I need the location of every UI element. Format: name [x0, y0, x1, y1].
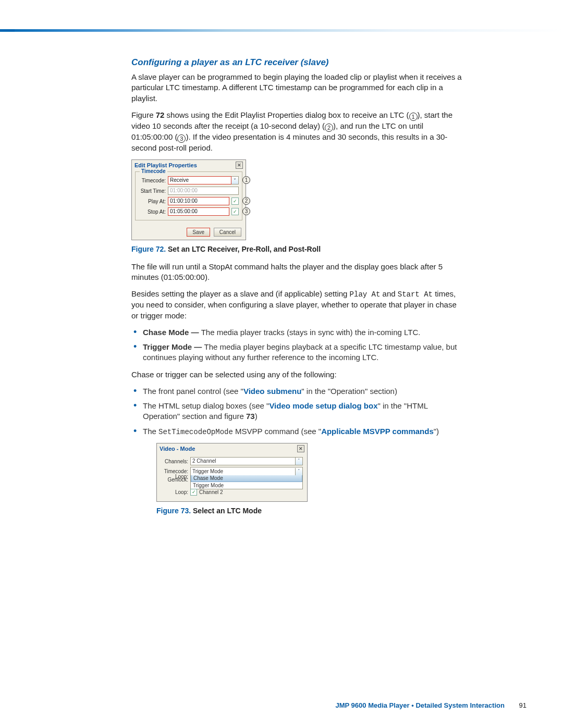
play-at-label: Play At:: [139, 199, 168, 204]
callout-1-icon: 1: [409, 113, 418, 121]
video-submenu-link[interactable]: Video submenu: [243, 387, 301, 396]
figure-72-caption: Figure 72. Set an LTC Receiver, Pre-Roll…: [131, 244, 465, 254]
close-icon[interactable]: ✕: [236, 162, 243, 169]
video-mode-dialog: Video - Mode ✕ Channels: 2 Channel ˅ Tim…: [156, 443, 308, 502]
callout-badge-1: 1: [242, 176, 250, 184]
text: The front panel control (see ": [143, 387, 243, 396]
text: and: [380, 289, 397, 298]
chevron-down-icon[interactable]: ˅: [231, 176, 239, 184]
timecode-label: Timecode:: [161, 468, 190, 474]
list-item-front-panel: The front panel control (see "Video subm…: [131, 386, 465, 397]
mode-list: Chase Mode — The media player tracks (st…: [131, 327, 465, 363]
callout-badge-2: 2: [242, 197, 250, 205]
video-mode-dialog-link[interactable]: Video mode setup dialog box: [269, 401, 377, 410]
loop-label: Loop:: [161, 474, 190, 479]
close-icon[interactable]: ✕: [297, 445, 304, 452]
footer-title: JMP 9600 Media Player • Detailed System …: [336, 701, 505, 709]
dialog-button-row: Save Cancel: [132, 226, 246, 240]
text: "): [434, 427, 439, 436]
list-item-trigger: Trigger Mode — The media player begins p…: [131, 342, 465, 363]
play-at-input[interactable]: 01:00:10:00: [168, 197, 229, 205]
timecode-select[interactable]: Trigger Mode ˅: [190, 467, 303, 475]
cancel-button[interactable]: Cancel: [214, 228, 241, 237]
text: The HTML setup dialog boxes (see ": [143, 401, 269, 410]
page-footer: JMP 9600 Media Player • Detailed System …: [0, 701, 527, 709]
figure-73-caption: Figure 73. Select an LTC Mode: [156, 506, 465, 516]
text: MSVPP command (see ": [233, 427, 321, 436]
fieldset-legend: Timecode: [140, 168, 167, 174]
list-item-html-setup: The HTML setup dialog boxes (see "Video …: [131, 401, 465, 422]
text: ): [255, 412, 258, 421]
code-play-at: Play At: [350, 290, 381, 299]
channels-select[interactable]: 2 Channel ˅: [190, 457, 303, 465]
play-at-row: Play At: 01:00:10:00 ✓ 2: [139, 197, 239, 205]
dialog-titlebar: Video - Mode ✕: [157, 443, 307, 454]
fig-number-72: 72: [156, 110, 165, 119]
loop2-label: Loop:: [161, 489, 190, 495]
timecode-fieldset: Timecode Timecode: Receive ˅ 1 Start Tim…: [135, 171, 242, 220]
loop-channel2-checkbox[interactable]: ✓: [190, 489, 197, 496]
select-list: The front panel control (see "Video subm…: [131, 386, 465, 437]
msvpp-commands-link[interactable]: Applicable MSVPP commands: [321, 427, 434, 436]
channels-value: 2 Channel: [192, 458, 216, 465]
start-time-label: Start Time:: [139, 188, 168, 194]
play-at-checkbox[interactable]: ✓: [231, 198, 239, 205]
section-heading: Configuring a player as an LTC receiver …: [131, 57, 465, 68]
fig-number-73-ref: 73: [246, 412, 255, 421]
code-settimecodeopmode: SetTimecodeOpMode: [158, 428, 233, 436]
text: shows using the Edit Playlist Properties…: [164, 110, 409, 119]
chase-mode-desc: The media player tracks (stays in sync w…: [201, 328, 421, 337]
stop-at-row: Stop At: 01:05:00:00 ✓ 3: [139, 207, 239, 216]
page-content: Configuring a player as an LTC receiver …: [131, 57, 465, 523]
dropdown-option-trigger[interactable]: Trigger Mode: [191, 482, 302, 489]
start-time-row: Start Time: 01:00:00:00: [139, 187, 239, 195]
start-time-input: 01:00:00:00: [168, 187, 239, 195]
callout-badge-3: 3: [242, 207, 250, 215]
list-item-msvpp: The SetTimecodeOpMode MSVPP command (see…: [131, 426, 465, 437]
figure-number: Figure 73.: [156, 507, 193, 515]
dialog-title: Edit Playlist Properties: [134, 162, 197, 168]
paragraph-intro: A slave player can be programmed to begi…: [131, 72, 465, 104]
loop2-row: Loop: ✓ Channel 2: [161, 489, 303, 496]
stop-at-checkbox[interactable]: ✓: [231, 208, 239, 215]
timecode-row: Timecode: Receive ˅ 1: [139, 176, 239, 184]
timecode-select[interactable]: Receive: [168, 176, 231, 184]
text: Figure: [131, 110, 156, 119]
paragraph-modes-intro: Besides setting the player as a slave an…: [131, 289, 465, 320]
callout-2-icon: 2: [325, 124, 333, 132]
figure-title: Set an LTC Receiver, Pre-Roll, and Post-…: [168, 245, 321, 253]
paragraph-select-intro: Chase or trigger can be selected using a…: [131, 369, 465, 380]
paragraph-stopat: The file will run until a StopAt command…: [131, 262, 465, 283]
list-item-chase: Chase Mode — The media player tracks (st…: [131, 327, 465, 338]
chevron-down-icon[interactable]: ˅: [295, 468, 302, 475]
figure-title: Select an LTC Mode: [193, 507, 262, 515]
channels-label: Channels:: [161, 459, 190, 464]
dialog-title: Video - Mode: [160, 446, 195, 452]
dialog-body: Channels: 2 Channel ˅ Timecode: Trigger …: [157, 454, 307, 501]
code-start-at: Start At: [398, 290, 433, 299]
paragraph-fig72-ref: Figure 72 shows using the Edit Playlist …: [131, 110, 465, 153]
loop-channel2-label: Channel 2: [199, 489, 223, 495]
channels-row: Channels: 2 Channel ˅: [161, 457, 303, 465]
text: Besides setting the player as a slave an…: [131, 289, 350, 298]
page-top-accent: [0, 29, 563, 32]
text: The: [143, 427, 158, 436]
chase-mode-label: Chase Mode —: [143, 328, 201, 337]
text: " in the "Operation" section): [301, 387, 397, 396]
chevron-down-icon[interactable]: ˅: [295, 458, 302, 465]
edit-playlist-properties-dialog: Edit Playlist Properties ✕ Timecode Time…: [131, 159, 246, 240]
timecode-value: Trigger Mode: [192, 468, 223, 475]
stop-at-input[interactable]: 01:05:00:00: [168, 207, 229, 216]
stop-at-label: Stop At:: [139, 209, 168, 215]
figure-number: Figure 72.: [131, 245, 168, 253]
callout-3-icon: 3: [177, 134, 186, 143]
page-number: 91: [519, 701, 527, 709]
timecode-label: Timecode:: [139, 178, 168, 183]
trigger-mode-label: Trigger Mode —: [143, 342, 204, 351]
save-button[interactable]: Save: [187, 228, 210, 237]
